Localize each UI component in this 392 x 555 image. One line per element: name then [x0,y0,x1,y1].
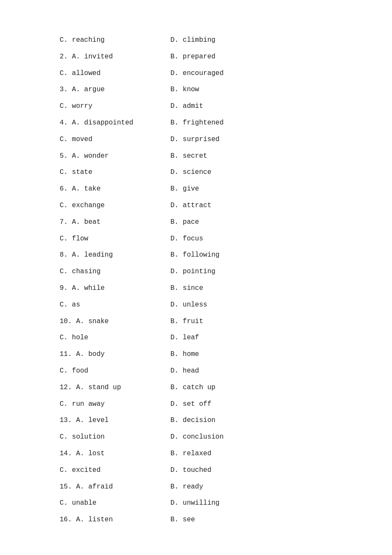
list-item: C. worryD. admit [60,100,349,113]
list-item: C. stateD. science [60,166,349,179]
list-item: C. run awayD. set off [60,398,349,410]
option-right: D. unwilling [170,497,281,509]
list-item: 12. A. stand upB. catch up [60,382,349,394]
option-left: C. run away [60,398,170,410]
option-left: C. reaching [60,34,170,46]
option-right: D. admit [170,100,281,113]
option-left: C. solution [60,431,170,443]
option-left: 9. A. while [60,282,170,295]
option-left: 14. A. lost [60,448,170,460]
option-left: 5. A. wonder [60,150,170,162]
list-item: 7. A. beatB. pace [60,216,349,228]
list-item: C. exchangeD. attract [60,199,349,212]
option-left: 11. A. body [60,348,170,361]
option-right: D. unless [170,299,281,311]
list-item: 4. A. disappointedB. frightened [60,117,349,129]
option-left: C. worry [60,100,170,113]
option-right: D. leaf [170,332,281,344]
option-right: B. fruit [170,315,281,328]
list-item: 2. A. invitedB. prepared [60,51,349,63]
option-left: C. chasing [60,266,170,278]
option-right: D. set off [170,398,281,410]
option-right: B. decision [170,414,281,427]
option-right: D. climbing [170,34,281,46]
list-item: C. solutionD. conclusion [60,431,349,443]
option-left: C. moved [60,133,170,146]
option-left: C. allowed [60,67,170,80]
list-item: C. excitedD. touched [60,464,349,477]
option-left: 16. A. listen [60,514,170,526]
option-left: 6. A. take [60,183,170,195]
option-left: 4. A. disappointed [60,117,170,129]
option-right: B. catch up [170,382,281,394]
option-left: 13. A. level [60,414,170,427]
option-right: B. relaxed [170,448,281,460]
option-left: 3. A. argue [60,84,170,96]
option-right: D. head [170,365,281,377]
option-right: D. pointing [170,266,281,278]
list-item: C. holeD. leaf [60,332,349,344]
list-item: 10. A. snakeB. fruit [60,315,349,328]
option-right: D. science [170,166,281,179]
option-right: B. give [170,183,281,195]
option-left: C. food [60,365,170,377]
option-left: C. state [60,166,170,179]
list-item: 14. A. lostB. relaxed [60,448,349,460]
option-left: 7. A. beat [60,216,170,228]
list-item: 16. A. listenB. see [60,514,349,526]
option-right: B. frightened [170,117,281,129]
option-left: C. as [60,299,170,311]
option-left: 12. A. stand up [60,382,170,394]
option-left: 15. A. afraid [60,481,170,493]
list-item: 8. A. leadingB. following [60,249,349,261]
list-item: C. allowedD. encouraged [60,67,349,80]
option-left: C. exchange [60,199,170,212]
option-left: 8. A. leading [60,249,170,261]
option-left: 10. A. snake [60,315,170,328]
option-right: D. attract [170,199,281,212]
option-left: C. excited [60,464,170,477]
list-item: C. reachingD. climbing [60,34,349,46]
list-item: 3. A. argueB. know [60,84,349,96]
option-right: D. encouraged [170,67,281,80]
option-right: B. pace [170,216,281,228]
option-right: D. touched [170,464,281,477]
list-item: 6. A. takeB. give [60,183,349,195]
option-right: B. secret [170,150,281,162]
list-item: 5. A. wonderB. secret [60,150,349,162]
option-left: C. unable [60,497,170,509]
list-item: 9. A. whileB. since [60,282,349,295]
option-right: B. home [170,348,281,361]
option-right: B. since [170,282,281,295]
list-item: 13. A. levelB. decision [60,414,349,427]
list-item: C. asD. unless [60,299,349,311]
option-right: B. ready [170,481,281,493]
option-right: B. know [170,84,281,96]
list-item: C. flowD. focus [60,233,349,245]
option-right: D. surprised [170,133,281,146]
list-item: 15. A. afraidB. ready [60,481,349,493]
list-item: C. unableD. unwilling [60,497,349,509]
list-item: C. chasingD. pointing [60,266,349,278]
option-right: D. focus [170,233,281,245]
option-left: C. hole [60,332,170,344]
option-left: 2. A. invited [60,51,170,63]
option-right: B. following [170,249,281,261]
option-left: C. flow [60,233,170,245]
option-right: B. see [170,514,281,526]
option-right: B. prepared [170,51,281,63]
option-right: D. conclusion [170,431,281,443]
list-item: C. movedD. surprised [60,133,349,146]
list-item: C. foodD. head [60,365,349,377]
list-item: 11. A. bodyB. home [60,348,349,361]
main-content: C. reachingD. climbing2. A. invitedB. pr… [0,0,392,555]
